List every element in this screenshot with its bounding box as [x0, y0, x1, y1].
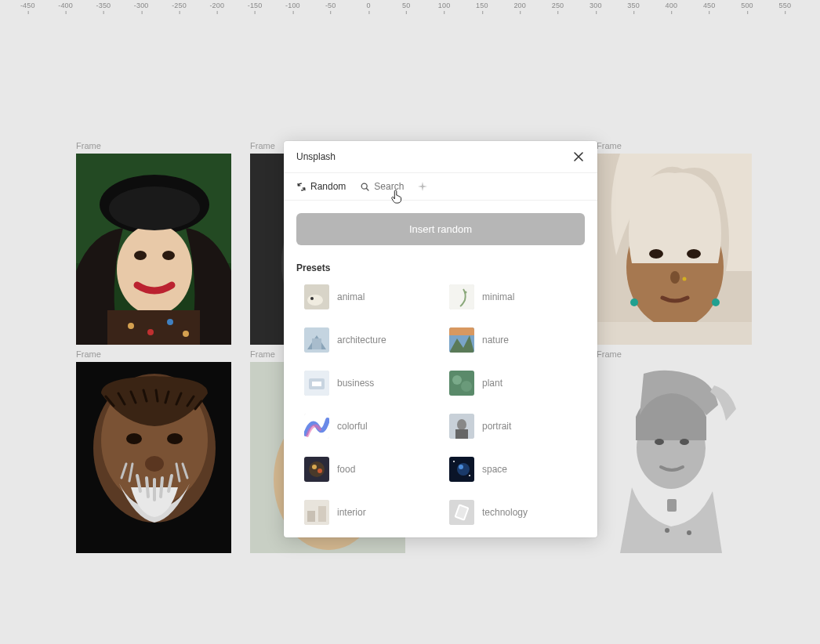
- preset-label: portrait: [482, 421, 511, 432]
- preset-interior[interactable]: interior: [304, 500, 440, 525]
- canvas-frame[interactable]: [597, 154, 752, 345]
- presets-heading: Presets: [296, 262, 585, 273]
- svg-point-3: [117, 224, 192, 315]
- preset-label: space: [482, 464, 507, 475]
- frame-container: Frame: [597, 141, 752, 345]
- preset-thumbnail: [449, 500, 474, 525]
- svg-point-43: [307, 295, 323, 306]
- close-button[interactable]: [572, 150, 585, 163]
- svg-point-28: [167, 433, 183, 444]
- ruler-tick: 550: [779, 2, 792, 9]
- preset-space[interactable]: space: [449, 457, 585, 482]
- frame-container: Frame: [76, 141, 231, 345]
- search-icon: [360, 182, 370, 192]
- svg-point-29: [145, 456, 164, 472]
- preset-technology[interactable]: technology: [449, 500, 585, 525]
- svg-point-18: [687, 249, 701, 259]
- svg-point-21: [630, 298, 638, 306]
- ruler-tick: -350: [96, 2, 111, 9]
- svg-point-66: [317, 469, 322, 473]
- insert-random-button[interactable]: Insert random: [296, 213, 585, 245]
- modal-tabs: Random Search: [284, 173, 597, 201]
- ruler-tick: 50: [402, 2, 410, 9]
- svg-point-20: [683, 277, 687, 281]
- preset-label: minimal: [482, 291, 514, 302]
- ruler-tick: 350: [627, 2, 640, 9]
- svg-rect-49: [312, 338, 321, 349]
- svg-rect-52: [449, 327, 474, 335]
- svg-point-5: [134, 251, 147, 260]
- preset-animal[interactable]: animal: [304, 284, 440, 309]
- sync-icon: [296, 182, 307, 192]
- preset-label: technology: [482, 507, 528, 518]
- preset-thumbnail: [449, 457, 474, 482]
- preset-thumbnail: [304, 500, 329, 525]
- ruler-tick: 450: [703, 2, 716, 9]
- ruler-tick: 500: [741, 2, 753, 9]
- preset-nature[interactable]: nature: [449, 327, 585, 353]
- svg-point-9: [147, 329, 154, 335]
- preset-label: food: [337, 464, 355, 475]
- svg-point-64: [309, 461, 325, 477]
- modal-header: Unsplash: [284, 141, 597, 173]
- ruler-tick: 150: [476, 2, 488, 9]
- frame-label: Frame: [597, 141, 752, 150]
- canvas-frame[interactable]: [76, 362, 231, 553]
- svg-point-57: [452, 375, 462, 385]
- svg-point-44: [310, 297, 314, 300]
- preset-thumbnail: [449, 327, 474, 353]
- horizontal-ruler: -450-400-350-300-250-200-150-100-5005010…: [0, 0, 820, 16]
- ruler-tick: -200: [209, 2, 224, 9]
- svg-rect-73: [307, 511, 315, 522]
- svg-rect-62: [455, 429, 468, 439]
- preset-business[interactable]: business: [304, 371, 440, 396]
- svg-point-71: [469, 475, 470, 476]
- svg-point-35: [655, 439, 664, 445]
- preset-thumbnail: [304, 371, 329, 396]
- svg-point-10: [167, 319, 173, 325]
- svg-point-58: [461, 381, 472, 392]
- preset-thumbnail: [304, 414, 329, 439]
- svg-point-61: [457, 419, 466, 430]
- preset-thumbnail: [449, 414, 474, 439]
- preset-thumbnail: [304, 457, 329, 482]
- svg-line-41: [367, 188, 369, 190]
- preset-thumbnail: [304, 284, 329, 309]
- svg-point-68: [457, 463, 470, 476]
- svg-point-11: [183, 331, 189, 337]
- ruler-tick: -300: [134, 2, 149, 9]
- ruler-tick: 300: [590, 2, 602, 9]
- preset-label: animal: [337, 291, 365, 302]
- preset-colorful[interactable]: colorful: [304, 414, 440, 439]
- preset-label: colorful: [337, 421, 368, 432]
- preset-architecture[interactable]: architecture: [304, 327, 440, 353]
- canvas-frame[interactable]: [76, 154, 231, 345]
- svg-point-69: [459, 465, 463, 469]
- svg-rect-7: [107, 310, 200, 345]
- presets-grid: animalminimalarchitecturenaturebusinessp…: [304, 284, 585, 525]
- preset-minimal[interactable]: minimal: [449, 284, 585, 309]
- ruler-tick: -100: [285, 2, 300, 9]
- tab-search[interactable]: Search: [360, 181, 404, 192]
- preset-thumbnail: [449, 371, 474, 396]
- ruler-tick: 100: [438, 2, 451, 9]
- tab-random[interactable]: Random: [296, 181, 346, 192]
- preset-label: nature: [482, 335, 509, 346]
- svg-rect-37: [667, 499, 677, 512]
- preset-portrait[interactable]: portrait: [449, 414, 585, 439]
- svg-rect-74: [318, 506, 326, 522]
- preset-plant[interactable]: plant: [449, 371, 585, 396]
- svg-point-8: [128, 323, 134, 329]
- ruler-tick: -150: [248, 2, 263, 9]
- canvas-frame[interactable]: [597, 362, 752, 553]
- svg-point-22: [712, 298, 720, 306]
- preset-food[interactable]: food: [304, 457, 440, 482]
- modal-body: Insert random Presets animalminimalarchi…: [284, 201, 597, 537]
- preset-label: business: [337, 378, 374, 389]
- close-icon: [574, 152, 583, 161]
- frame-label: Frame: [76, 141, 231, 150]
- svg-point-38: [665, 528, 669, 533]
- ruler-tick: 400: [666, 2, 678, 9]
- svg-point-17: [649, 249, 663, 259]
- frame-container: Frame: [597, 349, 752, 553]
